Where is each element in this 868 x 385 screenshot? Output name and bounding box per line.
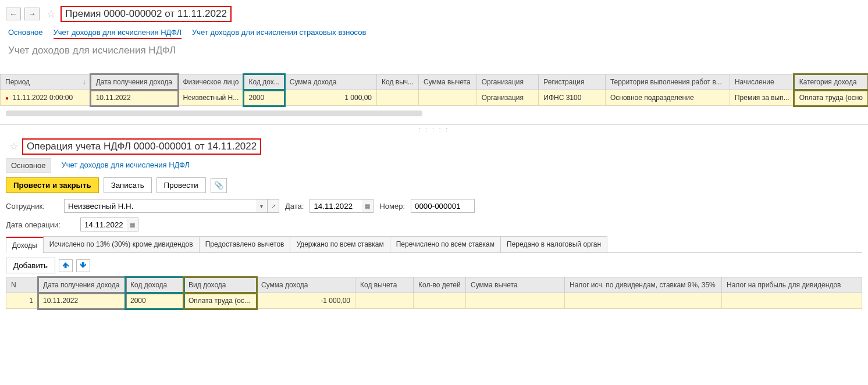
nav-back-button[interactable]: ← [6,8,21,20]
cell-deduct-code [377,90,419,106]
post-button[interactable]: Провести [156,177,206,193]
innertab-withheld[interactable]: Удержано по всем ставкам [290,236,390,252]
employee-input[interactable] [64,199,256,213]
cell-profit-tax [722,293,862,309]
col-kids[interactable]: Кол-во детей [414,277,466,293]
cell-org: Организация [476,90,539,106]
innertab-transferred[interactable]: Перечислено по всем ставкам [390,236,501,252]
col-income-sum[interactable]: Сумма дохода [257,277,355,293]
col-deduct-sum[interactable]: Сумма вычета [419,74,477,90]
subtab-main[interactable]: Основное [6,158,51,173]
calendar-icon: ▦ [130,222,135,228]
col-period[interactable]: Период↓ [1,74,91,90]
cell-income-code: 2000 [244,90,284,106]
cell-deduct-sum [419,90,477,106]
document-title: Премия 0000-000002 от 11.11.2022 [61,6,232,22]
move-up-button[interactable]: 🡹 [59,259,73,272]
tab-insurance-income[interactable]: Учет доходов для исчисления страховых вз… [192,28,366,39]
col-deduct-sum[interactable]: Сумма вычета [466,277,565,293]
col-income-date[interactable]: Дата получения дохода [91,74,178,90]
cell-income-date: 10.11.2022 [91,90,178,106]
bottom-document: ☆ Операция учета НДФЛ 0000-000001 от 14.… [0,134,868,315]
number-label: Номер: [379,202,405,211]
cell-income-sum: 1 000,00 [284,90,376,106]
row-toolbar: Добавить 🡹 🡻 [6,253,862,277]
cell-income-sum: -1 000,00 [257,293,355,309]
cell-income-type: Оплата труда (ос... [184,293,257,309]
col-n[interactable]: N [6,277,38,293]
col-org[interactable]: Организация [476,74,539,90]
inner-tabs: Доходы Исчислено по 13% (30%) кроме диви… [6,236,862,253]
cell-territory: Основное подразделение [605,90,730,106]
tab-ndfl-income[interactable]: Учет доходов для исчисления НДФЛ [54,28,182,39]
top-document: ← → ☆ Премия 0000-000002 от 11.11.2022 О… [0,0,868,125]
table-row[interactable]: 1 10.11.2022 2000 Оплата труда (ос... -1… [6,293,862,309]
cell-kids [414,293,466,309]
cell-category: Оплата труда (осно [794,90,867,106]
action-bar: Провести и закрыть Записать Провести 📎 [6,177,862,193]
date-input[interactable] [310,199,362,213]
write-button[interactable]: Записать [104,177,152,193]
col-income-sum[interactable]: Сумма дохода [284,74,376,90]
opdate-label: Дата операции: [6,220,74,229]
opdate-calendar-button[interactable]: ▦ [127,218,138,231]
col-deduct-code[interactable]: Код вычета [355,277,414,293]
subtab-ndfl[interactable]: Учет доходов для исчисления НДФЛ [59,158,192,173]
cell-person: Неизвестный Н... [178,90,244,106]
opdate-input[interactable] [80,218,127,231]
favorite-star-icon[interactable]: ☆ [47,8,56,20]
cell-div-tax [565,293,722,309]
col-person[interactable]: Физическое лицо [178,74,244,90]
col-profit-tax[interactable]: Налог на прибыль для дивидендов [722,277,862,293]
move-down-button[interactable]: 🡻 [76,259,90,272]
calendar-icon: ▦ [365,203,370,209]
col-income-type[interactable]: Вид дохода [184,277,257,293]
date-calendar-button[interactable]: ▦ [362,199,373,213]
col-reg[interactable]: Регистрация [539,74,606,90]
innertab-calc13[interactable]: Исчислено по 13% (30%) кроме дивидендов [43,236,200,252]
table-row[interactable]: ● 11.11.2022 0:00:00 10.11.2022 Неизвест… [1,90,868,106]
col-deduct-code[interactable]: Код выч... [377,74,419,90]
col-territory[interactable]: Территория выполнения работ в... [605,74,730,90]
paperclip-icon: 📎 [214,181,223,190]
section-heading: Учет доходов для исчисления НДФЛ [0,40,868,63]
document-title: Операция учета НДФЛ 0000-000001 от 14.11… [22,138,261,155]
employee-label: Сотрудник: [6,202,58,211]
date-label: Дата: [285,202,304,211]
income-detail-table: N Дата получения дохода Код дохода Вид д… [6,277,862,309]
nav-toolbar: ← → ☆ Премия 0000-000002 от 11.11.2022 [0,0,868,24]
number-input[interactable] [411,199,475,213]
horizontal-scrollbar[interactable] [6,110,422,116]
cell-income-date: 10.11.2022 [38,293,126,309]
cell-reg: ИФНС 3100 [539,90,606,106]
splitter-handle[interactable]: : : : : : [0,125,868,134]
add-row-button[interactable]: Добавить [6,258,55,273]
col-accrual[interactable]: Начисление [730,74,794,90]
employee-dropdown-button[interactable]: ▾ [256,199,268,213]
post-and-close-button[interactable]: Провести и закрыть [6,177,99,193]
employee-open-button[interactable]: ↗ [268,199,279,213]
cell-deduct-sum [466,293,565,309]
cell-n: 1 [6,293,38,309]
nav-forward-button[interactable]: → [24,8,40,20]
cell-deduct-code [355,293,414,309]
sort-indicator-icon: ↓ [83,78,86,86]
innertab-sent-tax[interactable]: Передано в налоговый орган [500,236,607,252]
col-div-tax[interactable]: Налог исч. по дивидендам, ставкам 9%, 35… [565,277,722,293]
tab-main[interactable]: Основное [8,28,43,39]
top-tabs: Основное Учет доходов для исчисления НДФ… [0,24,868,40]
cell-income-code: 2000 [126,293,184,309]
cell-accrual: Премия за вып... [730,90,794,106]
income-table: Период↓ Дата получения дохода Физическое… [0,74,868,106]
col-category[interactable]: Категория дохода [794,74,867,90]
col-income-code[interactable]: Код дохода [126,277,184,293]
row-marker-icon: ● [5,95,9,101]
cell-period: 11.11.2022 0:00:00 [13,94,73,102]
innertab-income[interactable]: Доходы [6,237,44,253]
col-income-code[interactable]: Код дох... [244,74,284,90]
col-income-date[interactable]: Дата получения дохода [38,277,126,293]
bottom-subtabs: Основное Учет доходов для исчисления НДФ… [6,158,862,173]
attach-button[interactable]: 📎 [211,178,227,193]
innertab-deducts[interactable]: Предоставлено вычетов [199,236,291,252]
favorite-star-icon[interactable]: ☆ [9,140,19,153]
